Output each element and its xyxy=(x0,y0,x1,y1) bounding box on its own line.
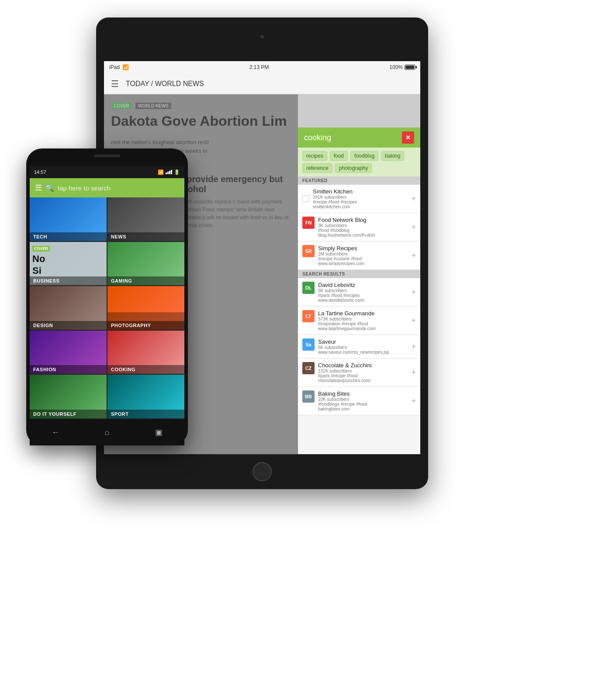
choc-zucchini-add-button[interactable]: + xyxy=(411,369,416,376)
signal-bar-3 xyxy=(169,171,170,174)
list-item: LT La Tartine Gourmande 573K subscribers… xyxy=(298,307,420,335)
baking-bites-url: bakingbites.com xyxy=(318,407,408,411)
tablet-camera xyxy=(260,35,264,38)
world-badge: WORLD NEWS xyxy=(135,103,171,109)
grid-cell-tech[interactable]: TECH xyxy=(30,197,107,241)
phone-recents-button[interactable]: ▣ xyxy=(152,425,166,439)
phone-search-bar: ☰ 🔍 tap here to search xyxy=(30,178,184,197)
simply-recipes-url: www.simplyrecipes.com xyxy=(318,261,408,266)
phone-search-icon[interactable]: 🔍 xyxy=(45,184,54,192)
baking-bites-add-button[interactable]: + xyxy=(411,397,416,405)
cooking-label: COOKING xyxy=(107,365,184,374)
tablet-app-bar: ☰ TODAY / WORLD NEWS xyxy=(104,73,420,94)
tablet-home-button[interactable] xyxy=(253,462,272,481)
phone-nav-bar: ← ⌂ ▣ xyxy=(30,419,184,445)
saveur-add-button[interactable]: + xyxy=(411,343,416,351)
david-lebovitz-url: www.davidlebovitz.com/ xyxy=(318,298,408,303)
tartine-info: La Tartine Gourmande 573K subscribers #i… xyxy=(318,310,408,331)
tag-foodblog[interactable]: foodblog xyxy=(350,151,378,161)
david-lebovitz-tags: #paris #food #recipes xyxy=(318,293,408,298)
simply-recipes-tags: #recipe #cuisine #food xyxy=(318,256,408,261)
david-lebovitz-name: David Lebovitz xyxy=(318,282,408,288)
choc-zucchini-subs: 131K subscribers xyxy=(318,369,408,373)
phone-home-button[interactable]: ⌂ xyxy=(100,425,114,439)
smitten-kitchen-info: Smitten Kitchen 241K subscribers #recipe… xyxy=(313,188,408,209)
tablet-app-title: TODAY / WORLD NEWS xyxy=(126,80,204,88)
grid-cell-diy[interactable]: DO IT YOURSELF xyxy=(30,375,107,418)
diy-label: DO IT YOURSELF xyxy=(30,410,107,418)
saveur-name: Saveur xyxy=(318,338,408,345)
grid-cell-design[interactable]: DESIGN xyxy=(30,286,107,330)
tech-label: TECH xyxy=(30,232,107,241)
grid-cell-photography[interactable]: PHOTOGRAPHY xyxy=(107,286,184,330)
tartine-subs: 573K subscribers xyxy=(318,317,408,321)
smitten-kitchen-subs: 241K subscribers xyxy=(313,195,408,200)
business-label: BUSINESS xyxy=(30,276,107,285)
simply-recipes-add-button[interactable]: + xyxy=(411,252,416,259)
food-network-add-button[interactable]: + xyxy=(411,223,416,231)
grid-cell-news[interactable]: NEWS xyxy=(107,197,184,241)
fashion-label: FASHION xyxy=(30,365,107,374)
smitten-kitchen-tags: #recipe #food #recipes xyxy=(313,200,408,204)
tartine-add-button[interactable]: + xyxy=(411,317,416,324)
sidebar-tags-area: recipes food foodblog baking reference p… xyxy=(298,148,420,176)
smitten-kitchen-checkbox[interactable] xyxy=(302,195,309,202)
tag-reference[interactable]: reference xyxy=(302,163,332,173)
food-network-subs: 3K subscribers xyxy=(318,223,408,228)
list-item: CZ Chocolate & Zucchini 131K subscribers… xyxy=(298,359,420,387)
search-results-header: SEARCH RESULTS xyxy=(298,270,420,278)
grid-cell-gaming[interactable]: GAMING xyxy=(107,242,184,286)
tag-baking[interactable]: baking xyxy=(381,151,404,161)
gaming-label: GAMING xyxy=(107,276,184,285)
article-headline: Dakota Gove Abortion Lim xyxy=(111,113,291,129)
tag-photography[interactable]: photography xyxy=(335,163,372,173)
phone-search-input[interactable]: tap here to search xyxy=(58,184,111,192)
grid-cell-business[interactable]: COVER NoSi BUSINESS xyxy=(30,242,107,286)
simply-recipes-name: Simply Recipes xyxy=(318,245,408,252)
featured-section-header: FEATURED xyxy=(298,176,420,185)
smitten-kitchen-name: Smitten Kitchen xyxy=(313,188,408,195)
phone-wifi-icon: 📶 xyxy=(158,169,164,175)
phone-status-icons: 📶 🔋 xyxy=(158,169,180,175)
tartine-name: La Tartine Gourmande xyxy=(318,310,408,317)
phone-back-button[interactable]: ← xyxy=(48,425,62,439)
tartine-tags: #inspiration #recipe #food xyxy=(318,321,408,326)
photography-label: PHOTOGRAPHY xyxy=(107,321,184,330)
list-item: SR Simply Recipes 1M subscribers #recipe… xyxy=(298,242,420,270)
david-lebovitz-add-button[interactable]: + xyxy=(411,288,416,296)
choc-zucchini-name: Chocolate & Zucchini xyxy=(318,362,408,369)
grid-cell-cooking[interactable]: COOKING xyxy=(107,331,184,374)
choc-zucchini-url: chocolateandzucchini.com/ xyxy=(318,378,408,383)
tablet-time: 2:13 PM xyxy=(249,64,269,70)
tablet-status-right: 100% xyxy=(389,64,415,70)
sport-label: SPORT xyxy=(107,410,184,418)
grid-cell-fashion[interactable]: FASHION xyxy=(30,331,107,374)
list-item: FN Food Network Blog 3K subscribers #foo… xyxy=(298,213,420,242)
sidebar-close-button[interactable]: ✕ xyxy=(402,131,414,144)
choc-zucchini-avatar: CZ xyxy=(302,362,315,374)
choc-zucchini-info: Chocolate & Zucchini 131K subscribers #p… xyxy=(318,362,408,383)
signal-bar-4 xyxy=(171,170,172,174)
tablet-device-label: iPad xyxy=(109,64,120,70)
list-item: BB Baking Bites 10K subscribers #foodblo… xyxy=(298,387,420,415)
tablet-battery-label: 100% xyxy=(389,64,403,70)
tartine-avatar: LT xyxy=(302,310,315,322)
tablet-wifi-icon: 📶 xyxy=(122,64,129,70)
phone-cover-badge: COVER xyxy=(32,246,50,252)
baking-bites-avatar: BB xyxy=(302,390,315,403)
tablet-menu-icon[interactable]: ☰ xyxy=(111,79,119,89)
phone-time: 14:57 xyxy=(34,169,46,175)
tag-recipes[interactable]: recipes xyxy=(302,151,327,161)
phone-menu-icon[interactable]: ☰ xyxy=(35,183,42,193)
saveur-info: Saveur 5K subscribers www.saveur.com/rss… xyxy=(318,338,408,355)
david-lebovitz-avatar: DL xyxy=(302,282,315,294)
sidebar-items-list: Smitten Kitchen 241K subscribers #recipe… xyxy=(298,185,420,454)
simply-recipes-avatar: SR xyxy=(302,245,315,257)
grid-cell-sport[interactable]: SPORT xyxy=(107,375,184,418)
smitten-kitchen-url: smittenkitchen.com xyxy=(313,204,408,209)
phone-speaker xyxy=(94,155,120,157)
tag-food[interactable]: food xyxy=(330,151,348,161)
tablet-battery-icon xyxy=(405,65,415,70)
phone-status-bar: 14:57 📶 🔋 xyxy=(30,166,184,178)
smitten-kitchen-add-button[interactable]: + xyxy=(411,195,416,203)
